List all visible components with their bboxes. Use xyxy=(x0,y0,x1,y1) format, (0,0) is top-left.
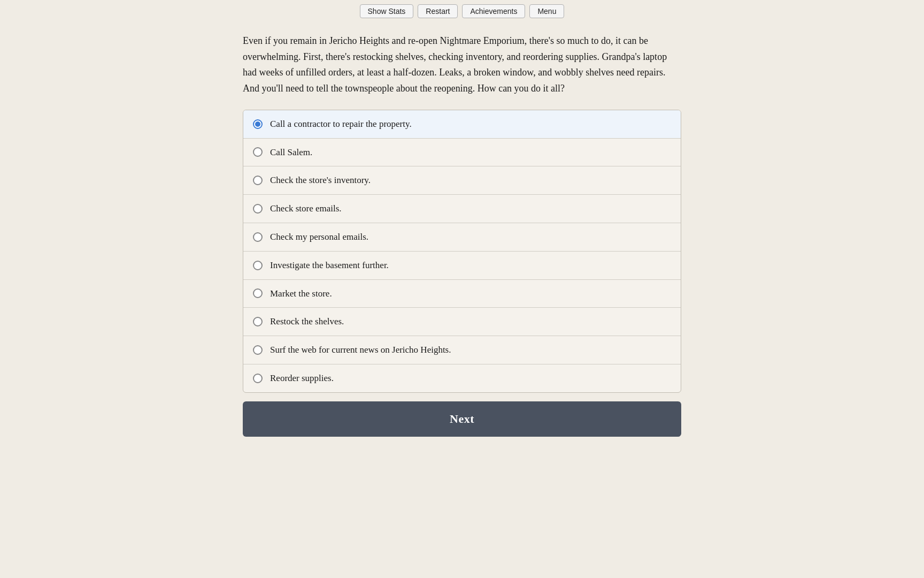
radio-circle xyxy=(253,119,263,129)
choice-label: Reorder supplies. xyxy=(270,372,334,385)
choice-label: Investigate the basement further. xyxy=(270,259,389,272)
choices-container: Call a contractor to repair the property… xyxy=(243,110,681,393)
story-text: Even if you remain in Jericho Heights an… xyxy=(243,33,681,97)
radio-circle xyxy=(253,232,263,242)
achievements-button[interactable]: Achievements xyxy=(462,4,525,18)
choice-item[interactable]: Check the store's inventory. xyxy=(243,166,681,195)
story-content: Even if you remain in Jericho Heights an… xyxy=(243,33,681,393)
choice-item[interactable]: Call a contractor to repair the property… xyxy=(243,110,681,139)
radio-circle xyxy=(253,288,263,298)
restart-button[interactable]: Restart xyxy=(418,4,458,18)
choice-label: Restock the shelves. xyxy=(270,315,344,328)
choice-label: Call a contractor to repair the property… xyxy=(270,118,412,131)
choice-item[interactable]: Call Salem. xyxy=(243,139,681,167)
choice-label: Check store emails. xyxy=(270,202,342,215)
radio-circle xyxy=(253,261,263,270)
choice-item[interactable]: Check my personal emails. xyxy=(243,223,681,252)
radio-circle xyxy=(253,147,263,157)
toolbar: Show Stats Restart Achievements Menu xyxy=(0,0,924,22)
choice-item[interactable]: Investigate the basement further. xyxy=(243,252,681,280)
choice-item[interactable]: Reorder supplies. xyxy=(243,364,681,392)
choice-item[interactable]: Restock the shelves. xyxy=(243,308,681,336)
choice-label: Check the store's inventory. xyxy=(270,174,371,187)
choice-item[interactable]: Surf the web for current news on Jericho… xyxy=(243,336,681,364)
choice-item[interactable]: Check store emails. xyxy=(243,195,681,223)
choice-label: Market the store. xyxy=(270,287,332,300)
radio-circle xyxy=(253,345,263,355)
radio-circle xyxy=(253,204,263,214)
choice-item[interactable]: Market the store. xyxy=(243,280,681,308)
menu-button[interactable]: Menu xyxy=(529,4,564,18)
next-button-container: Next xyxy=(243,401,681,437)
radio-circle xyxy=(253,317,263,326)
choice-label: Surf the web for current news on Jericho… xyxy=(270,344,451,356)
next-button[interactable]: Next xyxy=(243,401,681,437)
show-stats-button[interactable]: Show Stats xyxy=(360,4,414,18)
radio-circle xyxy=(253,374,263,383)
radio-circle xyxy=(253,176,263,185)
choice-label: Check my personal emails. xyxy=(270,231,368,244)
choice-label: Call Salem. xyxy=(270,146,312,159)
